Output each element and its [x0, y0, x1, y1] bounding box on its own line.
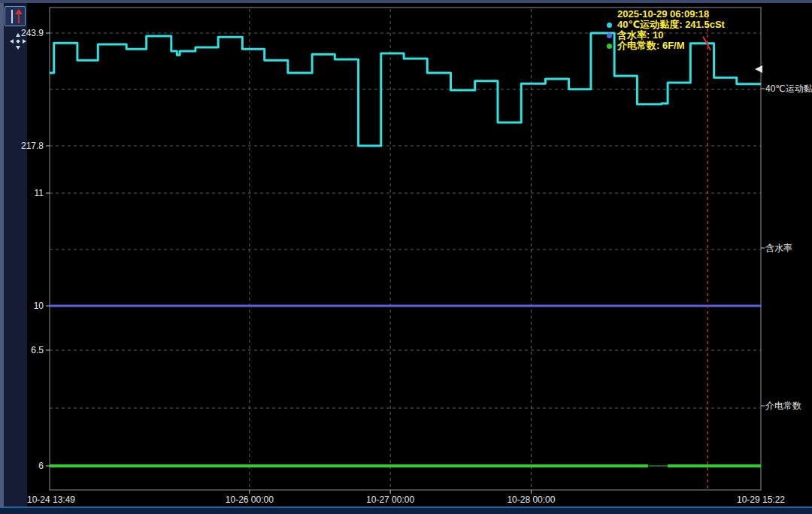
right-axis-series-label: 40℃运动黏度: [765, 83, 812, 95]
series-bullet-icon: [607, 33, 612, 38]
y-axis-tick-label: 10: [34, 301, 44, 311]
x-axis-tick-label: 10-27 00:00: [366, 494, 414, 505]
trend-chart-window: 243.9217.840℃运动黏度1110含水率6.56介电常数10-24 13…: [0, 0, 812, 514]
window-bottom-border: [0, 506, 812, 514]
series-bullet-icon: [607, 23, 612, 28]
y-axis-tick-label: 11: [35, 188, 44, 198]
x-axis-tick-label: 10-28 00:00: [507, 494, 555, 505]
x-axis-start-label: 10-24 13:49: [27, 494, 75, 505]
chart-canvas: [0, 0, 812, 514]
y-axis-tick-label: 217.8: [21, 141, 44, 151]
y-axis-tick-label: 243.9: [21, 28, 44, 38]
plot-border: [50, 8, 761, 490]
tooltip-series-row: 含水率: 10: [604, 30, 725, 41]
cursor-tooltip: 2025-10-29 06:09:18 40℃运动黏度: 241.5cSt含水率…: [604, 9, 725, 51]
tooltip-series-row: 40℃运动黏度: 241.5cSt: [604, 20, 725, 30]
tooltip-series-row: 介电常数: 6F/M: [604, 41, 725, 51]
series-bullet-icon: [607, 44, 612, 49]
right-axis-series-label: 介电常数: [765, 400, 801, 413]
tooltip-series-value: 介电常数: 6F/M: [617, 41, 685, 51]
right-axis-series-label: 含水率: [765, 242, 792, 255]
tooltip-series-value: 含水率: 10: [617, 30, 663, 41]
x-axis-end-label: 10-29 15:22: [737, 494, 785, 505]
y-axis-tick-label: 6.5: [31, 345, 44, 355]
tooltip-timestamp: 2025-10-29 06:09:18: [604, 9, 725, 20]
trend-plot-area[interactable]: [0, 0, 812, 514]
y-axis-tick-label: 6: [38, 461, 44, 471]
mouse-pointer-icon: [755, 65, 762, 73]
tooltip-series-value: 40℃运动黏度: 241.5cSt: [617, 20, 725, 30]
x-axis-tick-label: 10-26 00:00: [226, 494, 274, 505]
